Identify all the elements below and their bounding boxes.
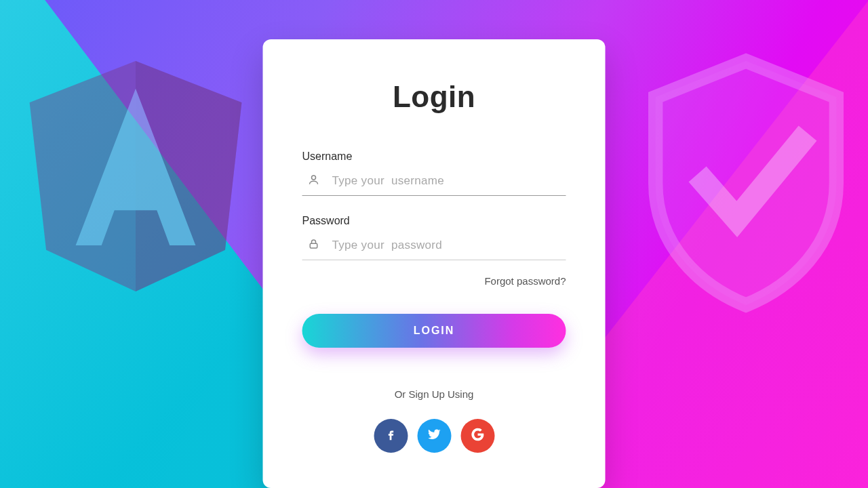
username-input-row[interactable] <box>302 169 566 196</box>
angular-logo-icon <box>20 51 251 302</box>
password-input-row[interactable] <box>302 234 566 260</box>
user-icon <box>308 174 320 188</box>
shield-check-icon <box>631 47 861 319</box>
facebook-button[interactable] <box>374 419 408 453</box>
login-button[interactable]: LOGIN <box>302 314 566 348</box>
or-signup-label: Or Sign Up Using <box>302 388 566 400</box>
username-field-group: Username <box>302 150 566 196</box>
twitter-icon <box>427 427 441 445</box>
password-label: Password <box>302 215 566 227</box>
username-label: Username <box>302 150 566 163</box>
password-input[interactable] <box>332 239 566 252</box>
page-title: Login <box>302 80 566 114</box>
google-icon <box>470 427 485 445</box>
svg-point-2 <box>312 176 316 180</box>
facebook-icon <box>383 427 398 445</box>
svg-rect-3 <box>310 243 317 248</box>
social-buttons-row <box>302 419 566 453</box>
twitter-button[interactable] <box>417 419 451 453</box>
google-button[interactable] <box>460 419 494 453</box>
forgot-password-link[interactable]: Forgot password? <box>302 275 566 287</box>
login-card: Login Username Password <box>263 39 606 488</box>
lock-icon <box>308 238 320 253</box>
username-input[interactable] <box>332 174 566 188</box>
password-field-group: Password <box>302 215 566 260</box>
